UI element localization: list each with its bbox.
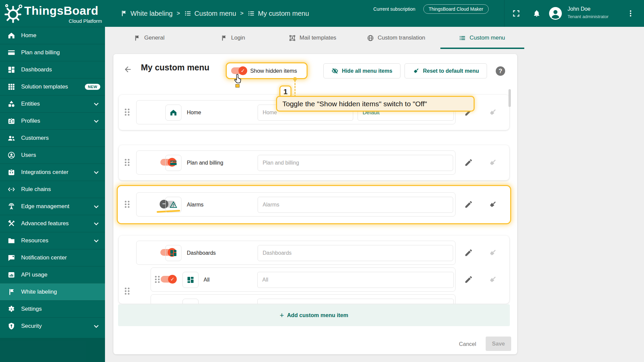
home-icon	[7, 32, 15, 40]
globe-icon	[367, 35, 374, 42]
sidebar-item-notification-center[interactable]: Notification center	[0, 249, 105, 266]
tab-label: Custom menu	[470, 35, 505, 41]
logo-title[interactable]: ThingsBoard	[24, 4, 98, 17]
tab-general[interactable]: General	[133, 27, 164, 49]
user-avatar[interactable]	[549, 7, 562, 20]
sidebar-item-api-usage[interactable]: API usage	[0, 266, 105, 283]
drag-handle-icon[interactable]	[155, 276, 161, 283]
menu-row-dashboards-all: ✓ All	[119, 267, 509, 292]
hand-cursor-icon	[233, 73, 243, 85]
clear-brush-icon[interactable]	[488, 200, 497, 209]
chevron-down-icon	[92, 322, 100, 330]
sidebar-item-label: Home	[21, 32, 36, 39]
tab-mail-templates[interactable]: Mail templates	[289, 27, 336, 49]
menu-item-name-input[interactable]	[258, 197, 453, 213]
clear-brush-icon	[488, 275, 497, 284]
annotation-dashed-line	[294, 80, 296, 97]
notifications-bell-icon[interactable]	[533, 9, 541, 17]
clear-brush-icon	[488, 158, 497, 167]
sidebar-item-settings[interactable]: Settings	[0, 300, 105, 317]
chat-bubble-icon	[7, 254, 15, 262]
sidebar-bottom-shade	[0, 338, 105, 362]
sidebar-item-edge-management[interactable]: Edge management	[0, 198, 105, 215]
drag-handle-icon[interactable]	[125, 201, 131, 208]
sidebar-item-users[interactable]: Users	[0, 146, 105, 164]
fullscreen-icon[interactable]	[512, 9, 520, 17]
sidebar-item-integrations-center[interactable]: Integrations center	[0, 164, 105, 181]
sidebar-item-resources[interactable]: Resources	[0, 232, 105, 249]
drag-handle-icon[interactable]	[125, 159, 131, 166]
breadcrumb-label: White labeling	[130, 10, 173, 17]
sidebar-item-profiles[interactable]: Profiles	[0, 112, 105, 129]
textbox-icon	[289, 35, 296, 42]
add-custom-menu-item-button[interactable]: + Add custom menu item	[118, 304, 510, 326]
menu-item-label: All	[204, 268, 210, 292]
plus-icon: +	[280, 311, 284, 320]
hide-all-menu-items-button[interactable]: Hide all menu items	[323, 63, 400, 78]
menu-item-label: Plan and billing	[187, 151, 223, 175]
dashboards-icon	[169, 249, 177, 257]
help-icon[interactable]: ?	[496, 66, 505, 76]
sidebar-item-label: Users	[21, 152, 36, 159]
sidebar-item-advanced-features[interactable]: Advanced features	[0, 215, 105, 232]
edit-pencil-icon[interactable]	[464, 158, 473, 167]
active-tab-underline	[440, 48, 524, 49]
top-header: ThingsBoard Cloud Platform White labelin…	[0, 0, 644, 27]
rule-chains-icon	[7, 185, 15, 193]
cancel-button[interactable]: Cancel	[453, 337, 482, 351]
sidebar-item-solution-templates[interactable]: Solution templates NEW	[0, 78, 105, 95]
scrollbar-thumb[interactable]	[508, 89, 511, 107]
sidebar-item-customers[interactable]: Customers	[0, 129, 105, 146]
sidebar-item-entities[interactable]: Entities	[0, 95, 105, 112]
sidebar-item-label: Resources	[21, 237, 48, 244]
breadcrumb-my-custom-menu[interactable]: My custom menu	[248, 10, 309, 17]
list-icon	[184, 10, 192, 17]
back-arrow-icon[interactable]	[123, 65, 132, 74]
flag-icon	[220, 35, 227, 42]
breadcrumb-separator: >	[177, 10, 180, 17]
plan-billing-icon-box	[165, 155, 181, 171]
tab-custom-translation[interactable]: Custom translation	[367, 27, 425, 49]
sidebar-item-label: Dashboards	[21, 66, 52, 73]
sidebar-item-dashboards[interactable]: Dashboards	[0, 61, 105, 78]
integration-icon	[7, 168, 15, 176]
home-icon	[169, 109, 177, 117]
sidebar-item-rule-chains[interactable]: Rule chains	[0, 181, 105, 198]
new-badge: NEW	[85, 84, 100, 90]
warning-triangle-icon	[169, 201, 177, 209]
breadcrumb-custom-menu[interactable]: Custom menu	[184, 10, 236, 17]
sidebar-item-security[interactable]: Security	[0, 317, 105, 335]
breadcrumb-white-labeling[interactable]: White labeling	[120, 10, 173, 17]
sidebar-item-plan-and-billing[interactable]: Plan and billing	[0, 44, 105, 61]
chevron-down-icon	[92, 237, 100, 245]
menu-row-dashboards: ✓ Dashboards	[119, 241, 509, 265]
visibility-toggle[interactable]: ✓	[161, 276, 176, 283]
reset-to-default-menu-button[interactable]: Reset to default menu	[405, 63, 487, 78]
sidebar-item-label: Edge management	[21, 203, 69, 210]
kebab-menu-icon[interactable]	[627, 9, 635, 17]
menu-item-name-input[interactable]	[258, 245, 453, 261]
logo-subtitle: Cloud Platform	[24, 18, 102, 24]
menu-item-name-input[interactable]	[257, 272, 454, 288]
alarms-icon-box	[165, 197, 181, 213]
edit-pencil-icon[interactable]	[464, 248, 473, 257]
breadcrumb-separator: >	[240, 10, 244, 17]
edit-pencil-icon[interactable]	[464, 275, 473, 284]
sidebar-item-home[interactable]: Home	[0, 27, 105, 44]
show-hidden-items-toggle[interactable]: ✓	[231, 67, 247, 74]
menu-item-name-input[interactable]	[258, 155, 453, 171]
save-button[interactable]: Save	[486, 337, 511, 351]
sidebar-item-label: API usage	[21, 272, 47, 278]
thingsboard-logo-icon[interactable]	[4, 3, 23, 24]
tab-login[interactable]: Login	[220, 27, 245, 49]
grid-icon	[7, 83, 15, 91]
drag-handle-icon[interactable]	[125, 109, 131, 116]
menu-item-name-input[interactable]	[257, 299, 454, 304]
button-label: Reset to default menu	[423, 68, 479, 74]
edit-pencil-icon[interactable]	[464, 200, 473, 209]
partial-icon-box	[182, 299, 199, 304]
sidebar-item-white-labeling[interactable]: White labeling	[0, 283, 105, 300]
tab-custom-menu[interactable]: Custom menu	[459, 27, 505, 49]
list-icon	[459, 35, 466, 42]
click-marker	[235, 84, 239, 87]
